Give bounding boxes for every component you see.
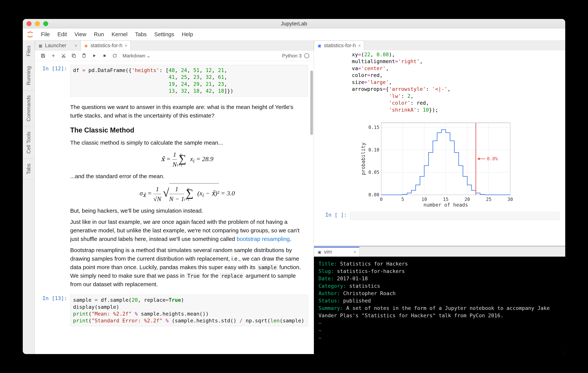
cell-prompt: In [13]: xyxy=(39,294,67,326)
tab-launcher[interactable]: ▦ Launcher × xyxy=(35,40,80,50)
svg-rect-8 xyxy=(73,55,75,57)
titlebar: JupyterLab xyxy=(23,19,565,29)
bootstrap-link[interactable]: bootstrap resampling xyxy=(237,236,290,242)
tab-label: Launcher xyxy=(45,43,66,49)
notebook-content[interactable]: In [12]: df = pd.DataFrame({'heights': [… xyxy=(35,61,314,354)
terminal-icon: ▣ xyxy=(317,250,322,254)
svg-point-5 xyxy=(64,56,65,58)
section-heading: The Classic Method xyxy=(70,125,304,135)
code-fragment: xy=(22, 0.08), multialignment='right', v… xyxy=(314,50,565,113)
svg-marker-11 xyxy=(93,54,96,57)
kernel-status-icon[interactable] xyxy=(304,53,309,58)
code-cell-12[interactable]: In [12]: df = pd.DataFrame({'heights': [… xyxy=(39,65,308,97)
notebook-tabbar: ▦ Launcher × ◉ statistics-for-h × xyxy=(35,40,314,50)
scrollbar[interactable] xyxy=(310,71,313,135)
svg-text:0: 0 xyxy=(380,197,383,202)
cut-button[interactable] xyxy=(58,52,69,60)
copy-button[interactable] xyxy=(69,52,79,60)
window-title: JupyterLab xyxy=(281,21,307,27)
traffic-zoom[interactable] xyxy=(43,21,48,26)
svg-text:probability: probability xyxy=(360,142,366,175)
svg-text:number of heads: number of heads xyxy=(424,202,468,208)
traffic-lights xyxy=(27,21,48,26)
sidebar-files[interactable]: Files xyxy=(23,40,35,61)
equation-2: σx̄ = 1√N √ 1N − 1 ∑Ni=1 (xi − x̄)² = 3.… xyxy=(70,183,304,204)
paragraph-bootstrap-link: Just like in our last example, we are on… xyxy=(70,218,304,243)
menu-view[interactable]: View xyxy=(71,31,90,38)
console-icon: ▣ xyxy=(317,43,322,48)
menu-edit[interactable]: Edit xyxy=(54,31,71,38)
menubar: File Edit View Run Kernel Tabs Settings … xyxy=(23,29,565,40)
notebook-pane: ▦ Launcher × ◉ statistics-for-h × xyxy=(35,40,314,354)
svg-text:5: 5 xyxy=(401,197,404,202)
paragraph-bootstrap-desc: Bootstrap resampling is a method that si… xyxy=(70,246,304,288)
console-input-cell[interactable]: In [ ]: xyxy=(314,212,565,224)
sidebar-tabs[interactable]: Tabs xyxy=(23,159,35,180)
tab-notebook[interactable]: ◉ statistics-for-h × xyxy=(80,40,130,50)
svg-text:20: 20 xyxy=(464,197,470,202)
notebook-icon: ◉ xyxy=(84,43,88,48)
code-cell-13[interactable]: In [13]: sample = df.sample(20, replace=… xyxy=(39,294,308,326)
menu-kernel[interactable]: Kernel xyxy=(108,31,131,38)
terminal-tabbar: ▣ vim × xyxy=(314,247,565,257)
close-icon[interactable]: × xyxy=(74,43,77,48)
restart-button[interactable] xyxy=(110,52,120,60)
close-icon[interactable]: × xyxy=(125,43,127,48)
svg-text:0.8%: 0.8% xyxy=(487,156,498,161)
sidebar-commands[interactable]: Commands xyxy=(23,91,35,127)
left-sidebar: Files Running Commands Cell Tools Tabs xyxy=(23,40,35,354)
svg-text:25: 25 xyxy=(486,197,492,202)
celltype-label: Markdown xyxy=(123,53,145,59)
traffic-close[interactable] xyxy=(27,21,32,26)
svg-text:10: 10 xyxy=(421,197,427,202)
menu-help[interactable]: Help xyxy=(178,31,197,38)
equation-1: x̄ = 1N ∑Ni=1 xi = 28.9 xyxy=(70,150,304,170)
code-input[interactable]: df = pd.DataFrame({'heights': [48, 24, 5… xyxy=(70,65,308,97)
menu-run[interactable]: Run xyxy=(90,31,108,38)
markdown-output: The questions we want to answer in this … xyxy=(70,99,308,293)
svg-text:15: 15 xyxy=(443,197,449,202)
tab-label: statistics-for-h xyxy=(324,43,356,49)
traffic-minimize[interactable] xyxy=(35,21,40,26)
svg-rect-1 xyxy=(42,56,44,57)
sidebar-running[interactable]: Running xyxy=(23,61,35,91)
tab-label: vim xyxy=(324,249,332,255)
paste-button[interactable] xyxy=(79,52,89,60)
tab-console[interactable]: ▣ statistics-for-h × xyxy=(314,40,364,50)
console-input[interactable] xyxy=(350,212,559,220)
tab-label: statistics-for-h xyxy=(91,43,122,49)
svg-rect-0 xyxy=(42,54,44,55)
terminal-output[interactable]: Title: Statistics for Hackers Slug: stat… xyxy=(314,257,565,354)
svg-point-4 xyxy=(62,56,63,58)
menu-file[interactable]: File xyxy=(37,31,54,38)
app-window: JupyterLab File Edit View Run Kernel Tab… xyxy=(23,19,565,354)
console-pane: ▣ statistics-for-h × xy=(22, 0.08), mult… xyxy=(314,40,565,246)
launcher-icon: ▦ xyxy=(38,43,43,48)
jupyter-logo[interactable] xyxy=(26,30,34,39)
svg-text:30: 30 xyxy=(508,197,513,202)
kernel-name[interactable]: Python 3 xyxy=(282,53,302,59)
sidebar-celltools[interactable]: Cell Tools xyxy=(23,127,35,159)
console-tabbar: ▣ statistics-for-h × xyxy=(314,40,565,50)
svg-text:0.10: 0.10 xyxy=(368,147,379,152)
celltype-dropdown[interactable]: Markdown ⌄ xyxy=(123,53,151,59)
save-button[interactable] xyxy=(38,52,48,60)
chevron-down-icon: ⌄ xyxy=(147,53,151,59)
stop-button[interactable] xyxy=(99,52,110,60)
menu-settings[interactable]: Settings xyxy=(150,31,178,38)
add-cell-button[interactable] xyxy=(48,52,58,60)
code-input[interactable]: sample = df.sample(20, replace=True) dis… xyxy=(70,294,308,326)
svg-text:0.00: 0.00 xyxy=(368,192,379,198)
close-icon[interactable]: × xyxy=(358,43,361,48)
run-button[interactable] xyxy=(89,52,99,60)
console-output: xy=(22, 0.08), multialignment='right', v… xyxy=(314,50,565,246)
tab-terminal[interactable]: ▣ vim × xyxy=(314,247,359,257)
close-icon[interactable]: × xyxy=(354,249,356,255)
svg-text:0.15: 0.15 xyxy=(368,125,379,130)
cell-prompt: In [12]: xyxy=(39,65,67,97)
menu-tabs[interactable]: Tabs xyxy=(131,31,150,38)
plot-output: 0.000.050.100.150510152025300.8%number o… xyxy=(315,119,561,208)
notebook-toolbar: Markdown ⌄ Python 3 xyxy=(35,50,314,61)
terminal-pane: ▣ vim × Title: Statistics for Hackers Sl… xyxy=(314,246,565,354)
svg-text:0.05: 0.05 xyxy=(368,170,379,175)
